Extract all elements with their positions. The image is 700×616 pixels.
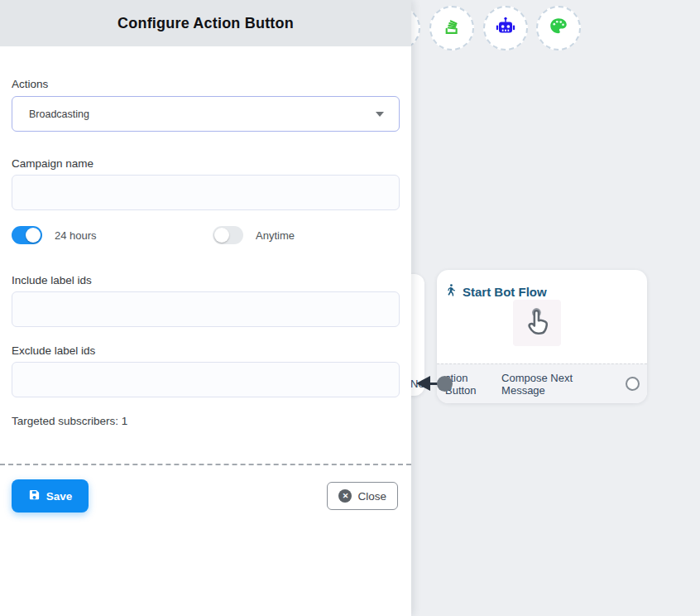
node-title: Start Bot Flow (463, 285, 547, 299)
toggle-anytime-label: Anytime (256, 229, 295, 242)
toolbar-button-theme[interactable] (536, 6, 581, 51)
toggle-knob (214, 228, 229, 243)
tap-cursor-icon (520, 304, 554, 342)
include-label-ids-label: Include label ids (12, 274, 400, 286)
actions-label: Actions (12, 78, 400, 90)
edge-connector[interactable] (416, 375, 453, 392)
toolbar-button-bot[interactable] (483, 6, 528, 51)
connection-port-filled[interactable] (437, 376, 453, 392)
actions-select[interactable]: Broadcasting (12, 96, 400, 132)
save-button[interactable]: Save (12, 479, 89, 513)
save-button-label: Save (46, 490, 73, 503)
toggle-anytime[interactable] (213, 226, 243, 244)
campaign-name-label: Campaign name (12, 157, 400, 170)
toggle-24-hours-label: 24 hours (55, 229, 97, 242)
node-footer: ction Button Compose Next Message (437, 363, 647, 403)
palette-icon (548, 16, 569, 41)
dashed-divider (0, 464, 411, 465)
targeted-subscribers-text: Targeted subscribers: 1 (12, 415, 400, 427)
layers-stack-icon (441, 16, 463, 41)
node-header: Start Bot Flow (437, 270, 647, 301)
toggle-24-hours[interactable] (12, 226, 42, 244)
panel-header: Configure Action Button (0, 0, 411, 46)
port-label-action-button[interactable]: ction Button (445, 372, 501, 397)
caret-down-icon (376, 112, 384, 117)
save-icon (28, 488, 41, 503)
panel-title: Configure Action Button (117, 15, 294, 32)
close-button-label: Close (357, 490, 386, 503)
connection-port-ring[interactable] (626, 377, 640, 391)
exclude-label-ids-input[interactable] (12, 362, 400, 397)
node-body (437, 301, 647, 366)
config-panel: Configure Action Button Actions Broadcas… (0, 0, 411, 616)
exclude-label-ids-label: Exclude label ids (12, 344, 400, 357)
toggles-row: 24 hours Anytime (12, 226, 400, 244)
actions-selected-value: Broadcasting (29, 108, 89, 120)
include-label-ids-input[interactable] (12, 291, 400, 327)
walking-person-icon (443, 283, 458, 301)
app-window: Start Bot Flow ction Button Compose Next… (0, 0, 700, 616)
close-button[interactable]: ✕ Close (327, 482, 398, 510)
toolbar-button-broadcast[interactable] (429, 6, 474, 51)
flow-node-start-bot[interactable]: Start Bot Flow ction Button Compose Next… (437, 270, 647, 403)
toggle-knob (26, 228, 41, 243)
robot-icon (495, 16, 516, 41)
tap-cursor-box[interactable] (513, 300, 561, 346)
close-circle-icon: ✕ (338, 489, 352, 503)
port-label-compose-next[interactable]: Compose Next Message (501, 372, 618, 397)
campaign-name-input[interactable] (12, 175, 400, 210)
